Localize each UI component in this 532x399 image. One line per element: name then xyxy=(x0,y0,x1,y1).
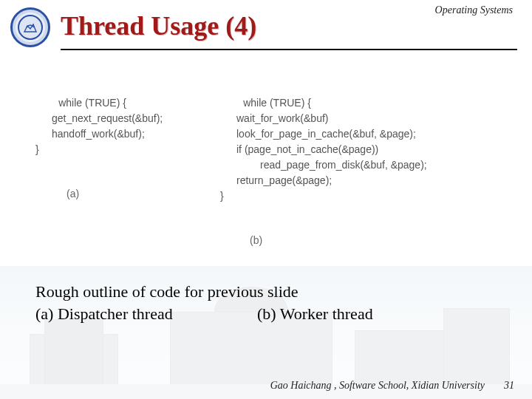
code-a-line1: while (TRUE) { xyxy=(58,97,126,109)
slide-body: while (TRUE) { get_next_request(&buf);ha… xyxy=(0,50,532,324)
code-b-line4: if (page_not_in_cache(&page)) xyxy=(220,142,510,157)
page-number: 31 xyxy=(504,380,514,392)
code-a-line2: get_next_request(&buf); xyxy=(35,111,207,126)
caption-b: (b) Worker thread xyxy=(257,303,510,325)
code-b-line7: } xyxy=(220,190,224,202)
code-b-line2: wait_for_work(&buf) xyxy=(220,111,510,126)
course-label: Operating Systems xyxy=(435,4,513,16)
slide-footer: Gao Haichang , Software School, Xidian U… xyxy=(0,380,532,392)
code-a-line3: handoff_work(&buf); xyxy=(35,126,207,142)
code-b-label: (b) xyxy=(220,233,510,248)
caption-a: (a) Dispatcher thread xyxy=(35,303,257,325)
code-columns: while (TRUE) { get_next_request(&buf);ha… xyxy=(22,80,510,248)
code-a-label: (a) xyxy=(35,186,207,202)
code-column-a: while (TRUE) { get_next_request(&buf);ha… xyxy=(22,80,207,248)
footer-credit: Gao Haichang , Software School, Xidian U… xyxy=(270,380,485,392)
code-column-b: while (TRUE) { wait_for_work(&buf)look_f… xyxy=(213,80,510,248)
code-b-line1: while (TRUE) { xyxy=(243,97,311,109)
code-a-line4: } xyxy=(35,143,39,155)
code-b-line3: look_for_page_in_cache(&buf, &page); xyxy=(220,126,510,142)
university-logo xyxy=(10,7,50,47)
code-b-line5: read_page_from_disk(&buf, &page); xyxy=(220,157,510,173)
bird-icon xyxy=(23,21,38,33)
caption-intro: Rough outline of code for previous slide xyxy=(35,281,510,303)
code-b-line6: return_page(&page); xyxy=(220,173,510,188)
caption: Rough outline of code for previous slide… xyxy=(22,281,510,324)
slide-header: Operating Systems Thread Usage (4) xyxy=(0,0,532,50)
